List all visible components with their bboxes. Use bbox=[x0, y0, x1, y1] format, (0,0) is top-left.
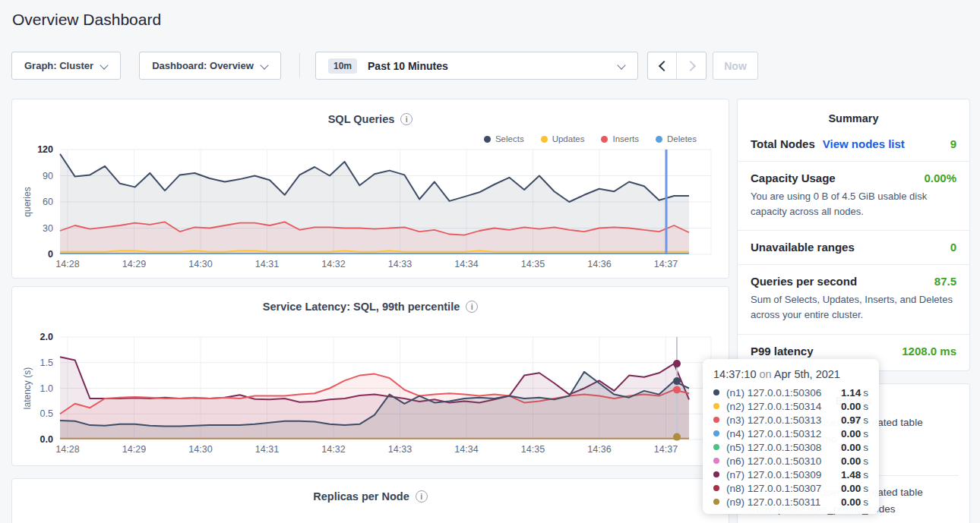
summary-title: Summary bbox=[738, 99, 969, 128]
summary-panel: Summary Total Nodes View nodes list 9 Ca… bbox=[737, 99, 970, 371]
node-color-dot-icon bbox=[713, 417, 719, 423]
tooltip-node-row: (n7) 127.0.0.1:503091.48s bbox=[713, 468, 868, 481]
chart-hover-tooltip: 14:37:10 on Apr 5th, 2021 (n1) 127.0.0.1… bbox=[703, 359, 879, 514]
svg-text:0.5: 0.5 bbox=[40, 408, 53, 419]
node-color-dot-icon bbox=[713, 458, 719, 464]
tooltip-node-row: (n5) 127.0.0.1:503080.00s bbox=[713, 440, 868, 454]
svg-text:14:34: 14:34 bbox=[454, 259, 478, 269]
replicas-per-node-chart-panel: Replicas per Node i bbox=[11, 478, 729, 523]
time-range-badge: 10m bbox=[328, 58, 357, 74]
chevron-left-icon bbox=[659, 62, 666, 70]
service-latency-chart-title: Service Latency: SQL, 99th percentile bbox=[263, 301, 460, 313]
svg-text:1.0: 1.0 bbox=[40, 383, 53, 394]
tooltip-timestamp: 14:37:10 on Apr 5th, 2021 bbox=[713, 368, 868, 380]
sql-queries-chart-title: SQL Queries bbox=[328, 113, 395, 125]
summary-unavailable-ranges-row: Unavailable ranges 0 bbox=[738, 231, 969, 265]
svg-text:1.5: 1.5 bbox=[40, 358, 53, 368]
p99-latency-value: 1208.0 ms bbox=[902, 345, 956, 358]
svg-text:14:37: 14:37 bbox=[654, 444, 678, 455]
capacity-usage-caption: You are using 0 B of 4.5 GiB usable disk… bbox=[751, 189, 956, 219]
info-icon[interactable]: i bbox=[416, 490, 428, 503]
total-nodes-label: Total Nodes bbox=[751, 137, 815, 150]
svg-text:14:31: 14:31 bbox=[255, 259, 279, 269]
svg-text:14:28: 14:28 bbox=[55, 259, 79, 269]
svg-text:14:32: 14:32 bbox=[321, 259, 345, 269]
info-icon[interactable]: i bbox=[466, 301, 478, 313]
chevron-down-icon bbox=[261, 61, 268, 68]
tooltip-node-row: (n6) 127.0.0.1:503100.00s bbox=[713, 454, 868, 468]
node-color-dot-icon bbox=[713, 430, 719, 436]
time-range-label: Past 10 Minutes bbox=[368, 60, 618, 72]
node-color-dot-icon bbox=[713, 485, 719, 491]
node-color-dot-icon bbox=[713, 403, 719, 409]
summary-qps-row: Queries per second 87.5 Sum of Selects, … bbox=[738, 265, 969, 334]
tooltip-node-row: (n1) 127.0.0.1:503061.14s bbox=[713, 386, 868, 399]
capacity-usage-value: 0.00% bbox=[924, 172, 956, 184]
unavailable-ranges-label: Unavailable ranges bbox=[751, 241, 855, 254]
info-icon[interactable]: i bbox=[400, 113, 413, 125]
svg-text:14:30: 14:30 bbox=[188, 444, 212, 455]
time-step-forward-button[interactable] bbox=[677, 52, 706, 79]
svg-text:14:35: 14:35 bbox=[521, 259, 545, 269]
svg-text:14:35: 14:35 bbox=[521, 444, 545, 455]
svg-text:14:30: 14:30 bbox=[188, 259, 212, 269]
time-step-buttons bbox=[647, 52, 707, 80]
summary-capacity-row: Capacity Usage 0.00% You are using 0 B o… bbox=[738, 162, 969, 231]
capacity-usage-label: Capacity Usage bbox=[751, 172, 836, 184]
qps-caption: Sum of Selects, Updates, Inserts, and De… bbox=[751, 292, 956, 323]
chevron-right-icon bbox=[688, 62, 695, 70]
tooltip-node-list: (n1) 127.0.0.1:503061.14s(n2) 127.0.0.1:… bbox=[713, 386, 868, 509]
chevron-down-icon bbox=[101, 61, 108, 68]
svg-text:0.0: 0.0 bbox=[40, 434, 53, 445]
svg-text:120: 120 bbox=[37, 144, 53, 155]
unavailable-ranges-value: 0 bbox=[950, 241, 956, 254]
tooltip-node-row: (n2) 127.0.0.1:503140.00s bbox=[713, 399, 868, 413]
svg-text:2.0: 2.0 bbox=[40, 332, 53, 342]
svg-text:30: 30 bbox=[43, 223, 53, 234]
sql-queries-chart-panel: SQL Queries i SelectsUpdatesInsertsDelet… bbox=[11, 99, 729, 279]
replicas-per-node-chart-title: Replicas per Node bbox=[313, 490, 409, 503]
qps-label: Queries per second bbox=[751, 275, 857, 288]
total-nodes-value: 9 bbox=[950, 137, 956, 150]
qps-value: 87.5 bbox=[934, 275, 956, 288]
svg-text:0: 0 bbox=[48, 249, 53, 260]
page-title: Overview Dashboard bbox=[12, 11, 161, 29]
svg-text:14:32: 14:32 bbox=[321, 444, 345, 455]
node-color-dot-icon bbox=[713, 389, 719, 395]
tooltip-node-row: (n9) 127.0.0.1:503110.00s bbox=[713, 495, 868, 509]
svg-text:14:33: 14:33 bbox=[388, 259, 412, 269]
svg-text:14:28: 14:28 bbox=[55, 444, 79, 455]
graph-select-dropdown[interactable]: Graph: Cluster bbox=[11, 52, 121, 80]
svg-text:14:31: 14:31 bbox=[255, 444, 279, 455]
view-nodes-list-link[interactable]: View nodes list bbox=[823, 137, 905, 150]
now-button[interactable]: Now bbox=[713, 52, 758, 80]
sql-queries-chart-plot[interactable]: 14:2814:2914:3014:3114:3214:3314:3414:35… bbox=[12, 142, 729, 277]
dashboard-select-label: Dashboard: Overview bbox=[152, 60, 254, 71]
svg-text:90: 90 bbox=[43, 171, 53, 181]
graph-select-label: Graph: Cluster bbox=[24, 60, 93, 71]
chevron-down-icon bbox=[618, 61, 625, 68]
tooltip-node-row: (n3) 127.0.0.1:503130.97s bbox=[713, 413, 868, 427]
svg-text:queries: queries bbox=[22, 187, 33, 216]
svg-text:14:29: 14:29 bbox=[122, 259, 146, 269]
node-color-dot-icon bbox=[713, 471, 719, 477]
time-range-select[interactable]: 10m Past 10 Minutes bbox=[315, 52, 638, 80]
svg-text:14:36: 14:36 bbox=[587, 259, 611, 269]
svg-text:60: 60 bbox=[43, 197, 53, 207]
tooltip-node-row: (n8) 127.0.0.1:503070.00s bbox=[713, 481, 868, 495]
node-color-dot-icon bbox=[713, 499, 719, 505]
summary-total-nodes-row: Total Nodes View nodes list 9 bbox=[738, 128, 969, 162]
svg-text:latency (s): latency (s) bbox=[22, 367, 33, 409]
p99-latency-label: P99 latency bbox=[751, 345, 814, 358]
service-latency-chart-plot[interactable]: 14:2814:2914:3014:3114:3214:3314:3414:35… bbox=[12, 329, 729, 462]
node-color-dot-icon bbox=[713, 444, 719, 450]
svg-text:14:37: 14:37 bbox=[654, 259, 678, 269]
tooltip-node-row: (n4) 127.0.0.1:503120.00s bbox=[713, 427, 868, 440]
svg-text:14:34: 14:34 bbox=[454, 444, 478, 455]
dashboard-select-dropdown[interactable]: Dashboard: Overview bbox=[139, 52, 281, 80]
toolbar-divider bbox=[299, 53, 300, 78]
service-latency-chart-panel: Service Latency: SQL, 99th percentile i … bbox=[11, 286, 729, 466]
svg-text:14:33: 14:33 bbox=[388, 444, 412, 455]
time-step-back-button[interactable] bbox=[648, 52, 677, 79]
svg-text:14:29: 14:29 bbox=[122, 444, 146, 455]
